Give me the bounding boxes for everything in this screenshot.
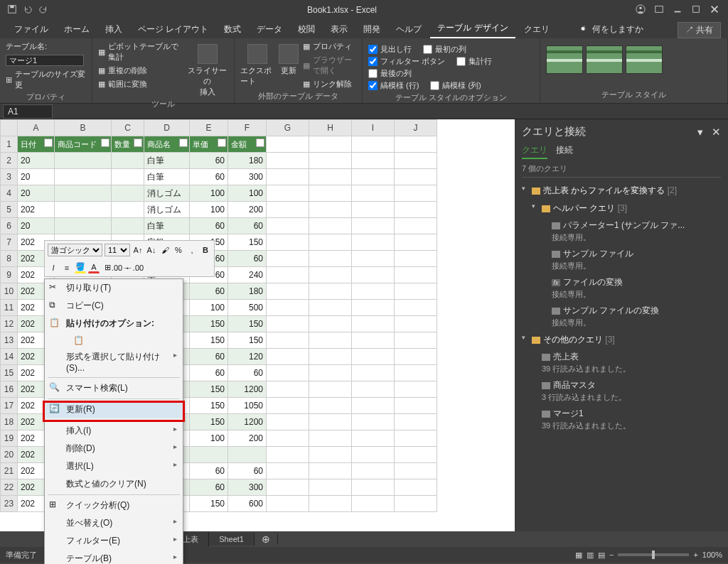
cell[interactable] bbox=[352, 365, 395, 381]
row-header[interactable]: 16 bbox=[1, 381, 18, 398]
cell[interactable] bbox=[352, 349, 395, 365]
menu-paste-special[interactable]: 形式を選択して貼り付け(S)... bbox=[45, 348, 183, 376]
view-pagebreak-icon[interactable]: ▤ bbox=[598, 551, 605, 560]
row-header[interactable]: 15 bbox=[1, 365, 18, 381]
cell[interactable] bbox=[55, 202, 112, 218]
cell[interactable] bbox=[309, 316, 352, 332]
cell[interactable]: 60 bbox=[190, 283, 228, 300]
increase-decimal-icon[interactable]: ←.00 bbox=[129, 262, 140, 273]
pane-close-icon[interactable]: ✕ bbox=[712, 126, 721, 138]
cell[interactable] bbox=[55, 185, 112, 202]
add-sheet-icon[interactable]: ⊕ bbox=[255, 533, 278, 545]
cell[interactable] bbox=[352, 398, 395, 414]
cell[interactable]: 150 bbox=[228, 332, 267, 349]
menu-cut[interactable]: ✂切り取り(T) bbox=[45, 279, 183, 297]
cell[interactable] bbox=[267, 283, 309, 300]
cell[interactable] bbox=[309, 169, 352, 185]
align-icon[interactable]: ≡ bbox=[61, 262, 73, 273]
account-icon[interactable] bbox=[636, 4, 646, 16]
cell[interactable]: 150 bbox=[190, 414, 228, 430]
cell[interactable] bbox=[352, 463, 395, 479]
cell[interactable] bbox=[309, 496, 352, 512]
cell[interactable] bbox=[395, 349, 437, 365]
query-group[interactable]: その他のクエリ [3] bbox=[522, 331, 721, 349]
sheet-tab[interactable]: Sheet1 bbox=[209, 533, 255, 546]
tab-dev[interactable]: 開発 bbox=[356, 21, 387, 38]
cell[interactable] bbox=[309, 381, 352, 398]
cell[interactable]: 240 bbox=[228, 267, 267, 283]
cell[interactable]: 300 bbox=[228, 479, 267, 496]
cell[interactable]: 60 bbox=[190, 153, 228, 169]
cell[interactable] bbox=[267, 447, 309, 463]
unlink[interactable]: ▦ リンク解除 bbox=[303, 79, 356, 90]
chk-first-col[interactable]: 最初の列 bbox=[423, 44, 466, 55]
cell[interactable] bbox=[309, 349, 352, 365]
cell[interactable]: 120 bbox=[228, 349, 267, 365]
row-header[interactable]: 8 bbox=[1, 251, 18, 267]
query-item[interactable]: サンプル ファイル bbox=[532, 246, 721, 261]
menu-clear[interactable]: 数式と値のクリア(N) bbox=[45, 475, 183, 493]
menu-smart-lookup[interactable]: 🔍スマート検索(L) bbox=[45, 379, 183, 397]
cell[interactable]: 100 bbox=[190, 185, 228, 202]
format-painter-icon[interactable]: 🖌 bbox=[159, 244, 171, 256]
cell[interactable] bbox=[352, 234, 395, 251]
cell[interactable] bbox=[267, 332, 309, 349]
font-color-icon[interactable]: A bbox=[88, 262, 100, 273]
cell[interactable] bbox=[267, 479, 309, 496]
undo-icon[interactable] bbox=[23, 4, 33, 16]
cell[interactable] bbox=[309, 267, 352, 283]
cell[interactable] bbox=[352, 496, 395, 512]
fill-color-icon[interactable]: 🪣 bbox=[75, 262, 86, 273]
row-header[interactable]: 3 bbox=[1, 169, 18, 185]
cell[interactable] bbox=[395, 251, 437, 267]
cell[interactable]: 60 bbox=[190, 349, 228, 365]
cell[interactable] bbox=[309, 202, 352, 218]
cell[interactable] bbox=[352, 332, 395, 349]
cell[interactable] bbox=[395, 332, 437, 349]
cell[interactable]: 150 bbox=[228, 316, 267, 332]
cell[interactable] bbox=[267, 430, 309, 447]
cell[interactable]: 消しゴム bbox=[144, 202, 190, 218]
cell[interactable] bbox=[395, 365, 437, 381]
percent-icon[interactable]: % bbox=[173, 244, 184, 256]
cell[interactable] bbox=[309, 414, 352, 430]
cell[interactable] bbox=[112, 169, 144, 185]
cell[interactable] bbox=[352, 316, 395, 332]
row-header[interactable]: 17 bbox=[1, 398, 18, 414]
cell[interactable]: 200 bbox=[228, 202, 267, 218]
cell[interactable] bbox=[352, 218, 395, 234]
cell[interactable] bbox=[352, 267, 395, 283]
cell[interactable]: 20 bbox=[18, 185, 55, 202]
cell[interactable]: 60 bbox=[190, 479, 228, 496]
view-layout-icon[interactable]: ▥ bbox=[587, 551, 594, 560]
menu-delete[interactable]: 削除(D) bbox=[45, 440, 183, 457]
cell[interactable] bbox=[352, 153, 395, 169]
cell[interactable] bbox=[395, 398, 437, 414]
comma-icon[interactable]: , bbox=[186, 244, 198, 256]
cell[interactable] bbox=[352, 169, 395, 185]
tab-view[interactable]: 表示 bbox=[323, 21, 355, 38]
query-group[interactable]: ヘルパー クエリ [3] bbox=[532, 200, 721, 217]
table-style[interactable] bbox=[586, 45, 623, 74]
chk-banded-rows[interactable]: 縞模様 (行) bbox=[368, 80, 419, 91]
cell[interactable]: 60 bbox=[190, 365, 228, 381]
chk-banded-cols[interactable]: 縞模様 (列) bbox=[430, 80, 481, 91]
menu-table[interactable]: テーブル(B) bbox=[45, 550, 183, 564]
cell[interactable]: 60 bbox=[190, 218, 228, 234]
chk-header-row[interactable]: 見出し行 bbox=[368, 44, 412, 55]
cell[interactable] bbox=[55, 153, 112, 169]
row-header[interactable]: 4 bbox=[1, 185, 18, 202]
query-item[interactable]: 商品マスタ bbox=[522, 377, 721, 392]
cell[interactable]: 100 bbox=[190, 430, 228, 447]
cell[interactable] bbox=[112, 185, 144, 202]
tell-me[interactable]: 何をしますか bbox=[572, 21, 651, 38]
column-header[interactable]: H bbox=[309, 120, 352, 136]
cell[interactable] bbox=[267, 234, 309, 251]
zoom-slider[interactable] bbox=[618, 553, 689, 556]
cell[interactable] bbox=[395, 414, 437, 430]
tab-query[interactable]: クエリ bbox=[517, 21, 557, 38]
cell[interactable] bbox=[309, 463, 352, 479]
cell[interactable] bbox=[395, 283, 437, 300]
cell[interactable] bbox=[267, 300, 309, 316]
cell[interactable] bbox=[55, 218, 112, 234]
